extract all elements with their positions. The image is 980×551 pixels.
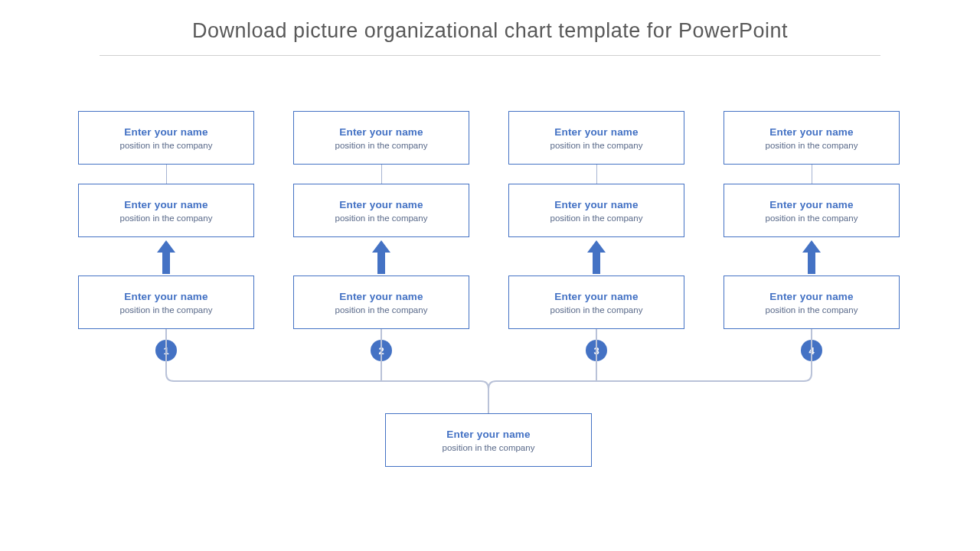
card-name: Enter your name	[769, 291, 854, 302]
arrow-up-icon	[587, 240, 606, 274]
card-position: position in the company	[550, 214, 643, 223]
card-name: Enter your name	[554, 126, 639, 138]
arrow-up-icon	[372, 240, 390, 274]
org-card-col1-row1: Enter your name position in the company	[78, 111, 254, 165]
org-card-col3-row2: Enter your name position in the company	[508, 184, 684, 237]
card-position: position in the company	[766, 305, 858, 315]
card-name: Enter your name	[339, 291, 423, 302]
title-divider	[100, 55, 880, 56]
connector-vline	[596, 165, 597, 184]
connector-vline	[166, 165, 167, 184]
org-card-col2-row3: Enter your name position in the company	[293, 276, 469, 329]
card-position: position in the company	[550, 305, 643, 315]
card-name: Enter your name	[339, 126, 423, 138]
org-card-col2-row1: Enter your name position in the company	[293, 111, 469, 165]
card-name: Enter your name	[554, 199, 639, 210]
card-position: position in the company	[335, 305, 428, 315]
card-position: position in the company	[120, 305, 213, 315]
card-position: position in the company	[550, 141, 643, 150]
org-card-col4-row3: Enter your name position in the company	[724, 276, 900, 329]
number-badge-4: 4	[801, 340, 822, 361]
org-card-col3-row1: Enter your name position in the company	[508, 111, 684, 165]
org-card-col3-row3: Enter your name position in the company	[508, 276, 684, 329]
org-card-col2-row2: Enter your name position in the company	[293, 184, 469, 237]
number-badge-2: 2	[371, 340, 392, 361]
card-position: position in the company	[766, 141, 858, 150]
card-name: Enter your name	[446, 429, 531, 440]
card-position: position in the company	[443, 443, 535, 452]
connector-vline	[381, 165, 382, 184]
org-card-col1-row2: Enter your name position in the company	[78, 184, 254, 237]
arrow-up-icon	[157, 240, 175, 274]
card-position: position in the company	[120, 214, 213, 223]
card-name: Enter your name	[124, 126, 208, 138]
arrow-up-icon	[802, 240, 821, 274]
card-position: position in the company	[335, 214, 428, 223]
org-card-root: Enter your name position in the company	[385, 413, 592, 467]
card-name: Enter your name	[769, 126, 854, 138]
card-name: Enter your name	[124, 291, 208, 302]
org-card-col4-row1: Enter your name position in the company	[724, 111, 900, 165]
card-name: Enter your name	[339, 199, 423, 210]
number-badge-1: 1	[155, 340, 177, 361]
slide-title: Download picture organizational chart te…	[0, 19, 980, 43]
card-name: Enter your name	[554, 291, 639, 302]
number-badge-3: 3	[586, 340, 607, 361]
card-name: Enter your name	[124, 199, 208, 210]
org-card-col4-row2: Enter your name position in the company	[724, 184, 900, 237]
card-position: position in the company	[766, 214, 858, 223]
card-name: Enter your name	[769, 199, 854, 210]
card-position: position in the company	[335, 141, 428, 150]
card-position: position in the company	[120, 141, 213, 150]
org-card-col1-row3: Enter your name position in the company	[78, 276, 254, 329]
connector-vline	[812, 165, 812, 184]
